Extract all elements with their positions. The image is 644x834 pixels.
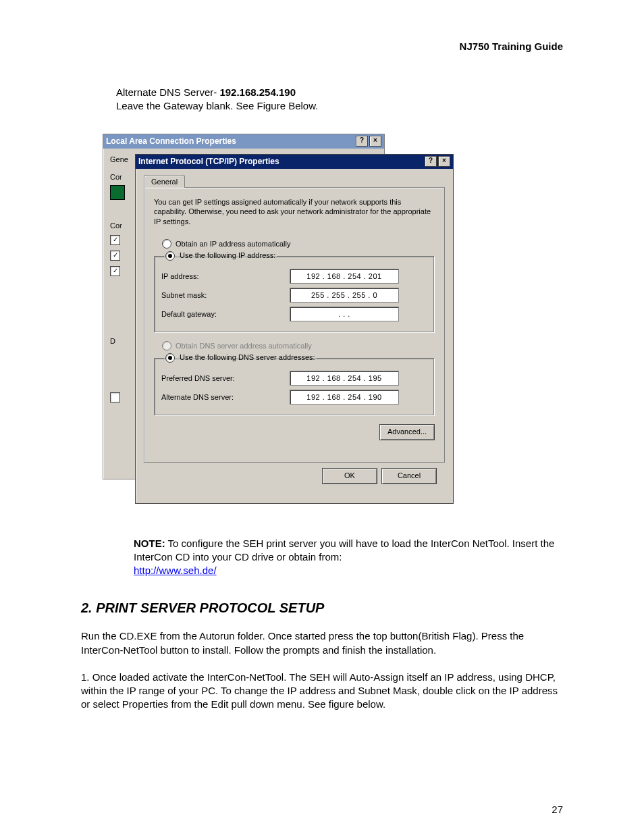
checkbox[interactable] [110,251,120,261]
preferred-dns-input[interactable]: 192 . 168 . 254 . 195 [290,371,399,386]
help-icon[interactable]: ? [356,136,368,147]
radio-auto-ip-label: Obtain an IP address automatically [176,240,290,248]
section-2-p1: Run the CD.EXE from the Autorun folder. … [81,629,563,657]
radio-icon [165,353,175,363]
front-title: Internet Protocol (TCP/IP) Properties [138,157,423,166]
tcpip-dialog: Internet Protocol (TCP/IP) Properties ? … [135,154,454,504]
alternate-dns-label: Alternate DNS server: [161,393,290,401]
radio-use-dns-label: Use the following DNS server addresses: [180,353,315,361]
radio-auto-dns: Obtain DNS server address automatically [162,341,435,350]
advanced-button[interactable]: Advanced... [379,424,435,440]
ip-address-input[interactable]: 192 . 168 . 254 . 201 [290,269,399,284]
checkbox[interactable] [110,392,120,402]
adapter-icon [110,185,125,200]
note-prefix: NOTE: [134,538,165,549]
ip-address-label: IP address: [161,272,290,280]
alt-dns-label: Alternate DNS Server- [116,86,219,98]
radio-icon [165,251,175,261]
intro-text: Alternate DNS Server- 192.168.254.190 Le… [116,86,563,113]
settings-description: You can get IP settings assigned automat… [154,197,435,228]
note-body: To configure the SEH print server you wi… [134,538,554,563]
radio-icon [162,239,171,249]
radio-use-ip[interactable]: Use the following IP address: [164,251,277,261]
cancel-button[interactable]: Cancel [381,468,437,484]
dns-group: Use the following DNS server addresses: … [154,353,435,416]
doc-header: NJ750 Training Guide [81,41,563,52]
subnet-mask-input[interactable]: 255 . 255 . 255 . 0 [290,288,399,303]
checkbox[interactable] [110,235,120,245]
alt-dns-ip: 192.168.254.190 [219,86,296,98]
radio-auto-ip[interactable]: Obtain an IP address automatically [162,239,435,249]
subnet-mask-label: Subnet mask: [161,291,290,299]
gateway-note: Leave the Gateway blank. See Figure Belo… [116,100,318,111]
seh-link[interactable]: http://www.seh.de/ [134,565,217,576]
ip-group: Use the following IP address: IP address… [154,251,435,333]
default-gateway-label: Default gateway: [161,310,290,318]
screenshot-figure: Local Area Connection Properties ? × Gen… [103,134,454,509]
note-block: NOTE: To configure the SEH print server … [134,537,563,578]
tab-general[interactable]: General [144,175,185,188]
radio-auto-dns-label: Obtain DNS server address automatically [176,342,312,350]
default-gateway-input[interactable]: . . . [290,307,399,321]
back-title: Local Area Connection Properties [106,136,354,146]
front-titlebar: Internet Protocol (TCP/IP) Properties ? … [136,155,453,169]
radio-use-ip-label: Use the following IP address: [180,251,275,259]
ok-button[interactable]: OK [322,468,377,484]
close-icon[interactable]: × [438,156,450,167]
radio-icon [162,341,171,350]
section-2-p2: 1. Once loaded activate the InterCon-Net… [81,671,563,712]
section-2-title: 2. PRINT SERVER PROTOCOL SETUP [81,600,563,616]
radio-use-dns[interactable]: Use the following DNS server addresses: [164,353,317,363]
back-titlebar: Local Area Connection Properties ? × [103,134,384,149]
checkbox[interactable] [110,266,120,276]
help-icon[interactable]: ? [425,156,437,167]
page-number: 27 [552,804,563,815]
preferred-dns-label: Preferred DNS server: [161,374,290,382]
close-icon[interactable]: × [369,136,381,147]
alternate-dns-input[interactable]: 192 . 168 . 254 . 190 [290,390,399,405]
